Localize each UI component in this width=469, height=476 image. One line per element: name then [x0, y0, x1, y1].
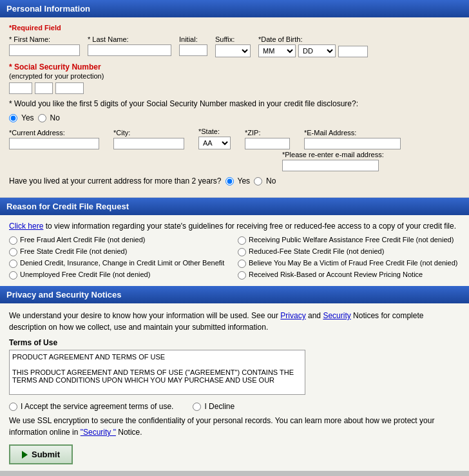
privacy-link[interactable]: Privacy [280, 311, 305, 320]
accept-item: I Accept the service agreement terms of … [9, 402, 173, 411]
reason-radio-5[interactable] [9, 260, 17, 268]
privacy-intro-text: We understand your desire to know how yo… [9, 311, 280, 320]
zip-label: *ZIP: [245, 129, 290, 137]
email-field: *E-Mail Address: [304, 129, 401, 149]
ssn-section: * Social Security Number (encrypted for … [9, 62, 460, 94]
terms-textarea[interactable]: PRODUCT AGREEMENT AND TERMS OF USE THIS … [9, 350, 305, 395]
initial-input[interactable] [179, 44, 207, 56]
click-here-suffix: to view information regarding your state… [43, 222, 456, 231]
ssn-part3[interactable] [55, 82, 84, 94]
last-name-field: * Last Name: [88, 35, 171, 56]
reason-intro: Click here to view information regarding… [9, 222, 460, 231]
personal-info-body: *Required Field * First Name: * Last Nam… [0, 17, 469, 198]
address-years-question: Have you lived at your current address f… [9, 176, 222, 186]
privacy-and: and [306, 311, 323, 320]
privacy-body: We understand your desire to know how yo… [0, 303, 469, 471]
ssn-mask-no-radio[interactable] [38, 114, 46, 122]
reason-option-3: Free State Credit File (not denied) [9, 247, 231, 256]
ssn-label: * Social Security Number [9, 62, 101, 71]
suffix-select[interactable]: Jr. Sr. II III [215, 44, 251, 57]
reason-radio-4[interactable] [238, 248, 246, 256]
address-years-no-label: No [266, 176, 276, 186]
state-field: *State: AA ALAKAZCA COCTDEFL NYTX [198, 128, 231, 149]
ssn-part2[interactable] [35, 82, 53, 94]
ssl-link[interactable]: "Security " [81, 428, 116, 437]
ssn-subtitle: (encrypted for your protection) [9, 72, 104, 80]
reason-radio-3[interactable] [9, 248, 17, 256]
city-input[interactable] [113, 138, 184, 149]
ssn-mask-yes-label: Yes [21, 113, 34, 122]
dob-mm-select[interactable]: MM 01020304 05060708 09101112 [258, 44, 296, 57]
reason-option-5: Denied Credit, Insurance, Change in Cred… [9, 259, 231, 268]
submit-button[interactable]: Submit [9, 444, 73, 464]
last-name-input[interactable] [88, 44, 171, 56]
reason-label-8: Received Risk-Based or Account Review Pr… [249, 271, 423, 278]
privacy-title: Privacy and Security Notices [6, 290, 121, 300]
name-row: * First Name: * Last Name: Initial: Suff… [9, 35, 460, 57]
ssl-before: We use SSL encryption to secure the conf… [9, 416, 434, 437]
email-input[interactable] [304, 138, 401, 149]
ssn-mask-radio-row: Yes No [9, 113, 460, 122]
reason-option-2: Receiving Public Welfare Assistance Free… [238, 236, 460, 245]
address-field: *Current Address: [9, 129, 99, 149]
suffix-field: Suffix: Jr. Sr. II III [215, 35, 251, 57]
decline-label: I Decline [204, 402, 235, 411]
email-reenter-row: *Please re-enter e-mail address: [282, 151, 460, 171]
reason-label-4: Reduced-Fee State Credit File (not denie… [249, 247, 384, 255]
address-row: *Current Address: *City: *State: AA ALAK… [9, 128, 460, 149]
dob-inputs: MM 01020304 05060708 09101112 DD 0102030… [258, 44, 368, 57]
personal-info-header: Personal Information [0, 0, 469, 17]
reason-label-1: Free Fraud Alert Credit File (not denied… [20, 236, 145, 243]
accept-row: I Accept the service agreement terms of … [9, 402, 460, 411]
initial-field: Initial: [179, 35, 207, 56]
dob-year-input[interactable] [338, 46, 368, 57]
reason-header: Reason for Credit File Request [0, 198, 469, 215]
ssn-mask-no-label: No [50, 113, 60, 122]
city-label: *City: [113, 129, 184, 137]
ssn-input-row [9, 82, 460, 94]
address-years-yes-radio[interactable] [225, 177, 234, 186]
decline-radio[interactable] [193, 403, 201, 411]
initial-label: Initial: [179, 35, 207, 43]
address-label: *Current Address: [9, 129, 99, 137]
required-note: *Required Field [9, 24, 460, 32]
suffix-label: Suffix: [215, 35, 251, 43]
reason-radio-2[interactable] [238, 236, 246, 245]
address-years-row: Have you lived at your current address f… [9, 176, 460, 186]
reason-radio-7[interactable] [9, 271, 17, 280]
email-reenter-input[interactable] [282, 160, 379, 171]
reason-label-6: Believe You May Be a Victim of Fraud Fre… [249, 259, 457, 267]
first-name-input[interactable] [9, 44, 80, 56]
zip-field: *ZIP: [245, 129, 290, 149]
personal-info-title: Personal Information [6, 4, 90, 14]
first-name-field: * First Name: [9, 35, 80, 56]
security-link[interactable]: Security [323, 311, 350, 320]
reason-radio-8[interactable] [238, 271, 246, 280]
accept-label: I Accept the service agreement terms of … [21, 402, 173, 411]
email-label: *E-Mail Address: [304, 129, 401, 137]
address-years-no-radio[interactable] [254, 177, 262, 186]
email-reenter-label: *Please re-enter e-mail address: [282, 151, 460, 158]
dob-field: *Date of Birth: MM 01020304 05060708 091… [258, 35, 368, 57]
decline-item: I Decline [193, 402, 235, 411]
submit-play-icon [22, 451, 28, 459]
address-input[interactable] [9, 138, 99, 149]
ssn-part1[interactable] [9, 82, 32, 94]
last-name-label: * Last Name: [88, 35, 171, 43]
reason-radio-1[interactable] [9, 236, 17, 245]
city-field: *City: [113, 129, 184, 149]
reason-options-grid: Free Fraud Alert Credit File (not denied… [9, 236, 460, 280]
click-here-link[interactable]: Click here [9, 222, 43, 231]
reason-option-4: Reduced-Fee State Credit File (not denie… [238, 247, 460, 256]
zip-input[interactable] [245, 138, 290, 149]
reason-option-1: Free Fraud Alert Credit File (not denied… [9, 236, 231, 245]
submit-label: Submit [32, 450, 60, 459]
reason-title: Reason for Credit File Request [6, 202, 129, 211]
dob-dd-select[interactable]: DD 01020304 05 [298, 44, 336, 57]
ssn-label-row: * Social Security Number (encrypted for … [9, 62, 460, 81]
terms-label: Terms of Use [9, 338, 460, 347]
reason-radio-6[interactable] [238, 260, 246, 268]
state-select[interactable]: AA ALAKAZCA COCTDEFL NYTX [198, 137, 231, 149]
accept-radio[interactable] [9, 403, 17, 411]
ssn-mask-yes-radio[interactable] [9, 114, 17, 122]
